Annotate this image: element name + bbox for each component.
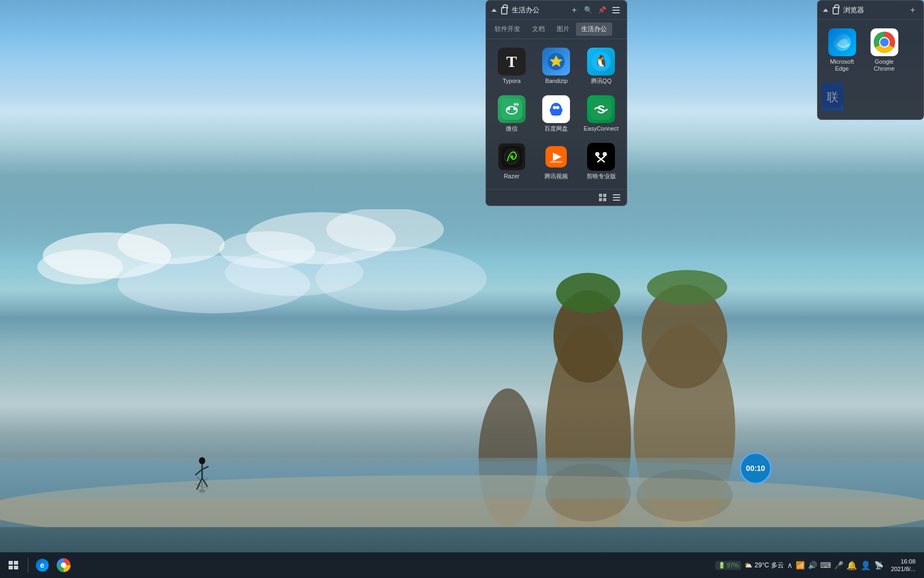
menu-icon[interactable]	[611, 5, 621, 16]
svg-rect-58	[590, 146, 612, 168]
search-icon[interactable]: 🔍	[583, 5, 594, 16]
microphone-icon[interactable]: 🎤	[834, 561, 843, 569]
google-chrome-icon	[871, 28, 898, 56]
lock-icon[interactable]	[501, 7, 507, 14]
grid-view-icon[interactable]	[597, 192, 609, 203]
collapse-icon[interactable]	[491, 9, 497, 12]
tab-shenghuo[interactable]: 生活办公	[576, 22, 612, 36]
svg-point-5	[556, 273, 620, 314]
arrow-up-icon[interactable]: ∧	[787, 561, 792, 569]
desktop-wallpaper	[0, 0, 924, 578]
svg-point-41	[517, 103, 519, 105]
taskview-button[interactable]	[4, 556, 24, 575]
svg-rect-63	[599, 194, 602, 197]
wifi-icon[interactable]: 📡	[874, 561, 883, 569]
app-item-capcut[interactable]: 剪映专业版	[580, 139, 622, 184]
app-item-wechat[interactable]: 微信	[490, 91, 533, 136]
notification-icon[interactable]: 🔔	[846, 560, 857, 571]
ms-edge-icon	[828, 28, 856, 56]
svg-point-48	[553, 106, 556, 109]
system-tray: ∧ 📶 🔊 ⌨ 🎤 🔔 👤 📡	[787, 560, 883, 571]
time-text: 16:08	[891, 558, 915, 565]
tab-documents[interactable]: 文档	[527, 22, 550, 36]
svg-rect-64	[603, 194, 606, 197]
app-name-easyconnect: EasyConnect	[583, 125, 618, 132]
user-icon[interactable]: 👤	[860, 560, 871, 571]
date-text: 2021/8/...	[891, 565, 915, 573]
app-item-tencent-video[interactable]: 腾讯视频	[535, 139, 578, 184]
tencent-video-icon	[542, 143, 570, 171]
svg-text:联: 联	[827, 90, 838, 104]
app-item-other-browser[interactable]: 联	[822, 79, 843, 115]
app-name-qq: 腾讯QQ	[591, 78, 612, 85]
bandizip-icon: ⚡	[542, 48, 570, 75]
app-item-qq[interactable]: 🐧 腾讯QQ	[580, 43, 622, 89]
add-browser-icon[interactable]: +	[907, 5, 918, 16]
app-name-google-chrome: Google Chrome	[866, 58, 902, 72]
panel-header-icons: + 🔍 📌	[569, 5, 621, 16]
app-name-bandizip: Bandizip	[545, 78, 567, 85]
taskbar-right-area: 🔋 97% ⛅ 29°C 多云 ∧ 📶 🔊 ⌨ 🎤 🔔 👤 📡 16:08 20…	[715, 558, 920, 573]
svg-rect-71	[14, 561, 18, 565]
taskbar-chrome-icon[interactable]	[54, 556, 73, 575]
panel-shenghuo: 生活办公 + 🔍 📌 软件开发 文档 图片 生活办公	[486, 0, 627, 206]
svg-rect-73	[14, 566, 18, 569]
timer-display: 00:10	[746, 464, 765, 473]
browser-app-grid: Microsoft Edge Google Chrome 联	[818, 20, 923, 119]
lock-browser-icon[interactable]	[833, 7, 839, 14]
volume-icon[interactable]: 🔊	[808, 561, 817, 569]
capcut-icon	[587, 143, 615, 171]
svg-rect-66	[603, 198, 606, 201]
svg-point-27	[326, 209, 444, 252]
app-name-capcut: 剪映专业版	[587, 173, 616, 180]
taskbar-left-area: e	[4, 556, 73, 575]
clock-display[interactable]: 16:08 2021/8/...	[887, 558, 920, 573]
app-name-razer: Razer	[504, 173, 519, 180]
app-name-ms-edge: Microsoft Edge	[824, 58, 860, 72]
app-item-google-chrome[interactable]: Google Chrome	[864, 24, 904, 77]
panel-header-browser-left: 浏览器	[823, 5, 864, 15]
keyboard-icon[interactable]: ⌨	[820, 561, 831, 569]
svg-rect-47	[551, 110, 561, 116]
app-item-easyconnect[interactable]: S EasyConnect	[580, 91, 622, 136]
svg-rect-72	[9, 566, 13, 569]
weather-info[interactable]: ⛅ 29°C 多云	[744, 561, 784, 570]
svg-text:⚡: ⚡	[552, 57, 561, 66]
app-item-razer[interactable]: Razer	[490, 139, 533, 184]
battery-indicator[interactable]: 🔋 97%	[715, 561, 741, 570]
panel-tabs: 软件开发 文档 图片 生活办公	[486, 20, 627, 39]
landscape-svg	[0, 209, 924, 527]
app-name-baidu: 百度网盘	[544, 125, 568, 132]
wechat-icon	[498, 95, 526, 123]
taskbar-edge-icon[interactable]: e	[33, 556, 52, 575]
other-browser-icon: 联	[822, 83, 843, 111]
panel-header-shenghuo: 生活办公 + 🔍 📌	[486, 1, 627, 20]
taskbar-divider-1	[28, 558, 28, 573]
collapse-browser-icon[interactable]	[823, 9, 828, 12]
battery-percent: 97%	[727, 562, 738, 568]
svg-point-49	[556, 106, 559, 109]
svg-rect-70	[9, 561, 13, 565]
panel-header-browser: 浏览器 +	[818, 1, 923, 20]
network-icon[interactable]: 📶	[796, 561, 805, 569]
edge-icon-taskbar: e	[36, 559, 49, 572]
app-item-baidu[interactable]: 百度网盘	[535, 91, 578, 136]
svg-point-25	[37, 250, 123, 285]
panel-browser-header-icons: +	[907, 5, 918, 16]
panel-footer	[486, 189, 627, 206]
list-view-icon[interactable]	[611, 192, 622, 203]
razer-icon	[498, 143, 526, 171]
add-icon[interactable]: +	[569, 5, 580, 16]
app-item-typora[interactable]: T Typora	[490, 43, 533, 89]
tab-images[interactable]: 图片	[551, 22, 575, 36]
svg-rect-36	[501, 98, 522, 120]
tab-software-dev[interactable]: 软件开发	[489, 22, 526, 36]
pin-icon[interactable]: 📌	[597, 5, 607, 16]
panel-title-browser: 浏览器	[843, 5, 864, 15]
app-item-bandizip[interactable]: ⚡ Bandizip	[535, 43, 578, 89]
app-name-tencent-video: 腾讯视频	[544, 173, 568, 180]
app-name-typora: Typora	[503, 78, 521, 85]
app-item-ms-edge[interactable]: Microsoft Edge	[822, 24, 862, 77]
app-name-wechat: 微信	[506, 125, 518, 132]
svg-point-60	[603, 152, 607, 156]
